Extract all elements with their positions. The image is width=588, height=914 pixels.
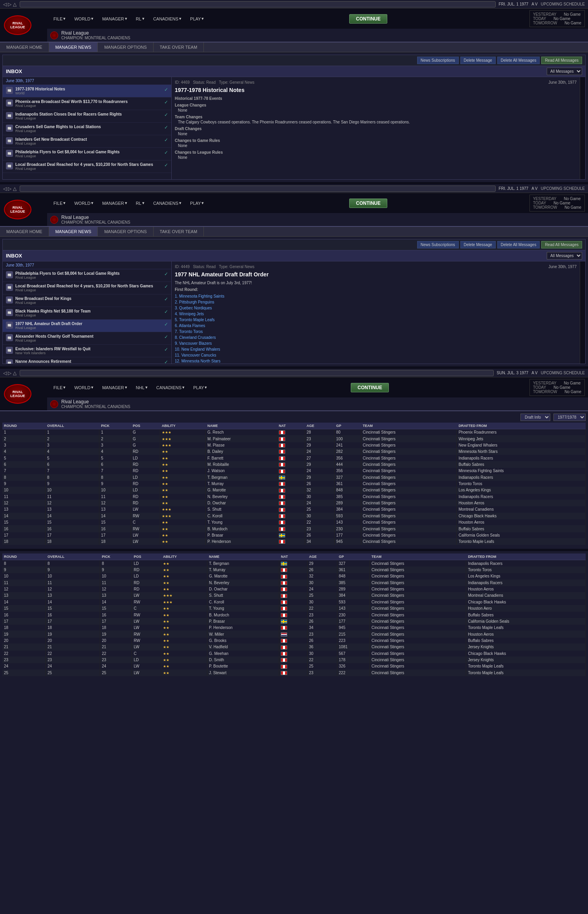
list-item-2-2[interactable]: 📰 Local Broadcast Deal Reached for 4 yea… — [3, 282, 171, 294]
menu-rl-1[interactable]: RL ▾ — [133, 15, 148, 22]
list-item-1-7[interactable]: 📰 Local Broadcast Deal Reached for 4 yea… — [3, 160, 171, 173]
menu-canadiens-2[interactable]: CANADIENS ▾ — [150, 199, 185, 207]
menu-manager-3[interactable]: MANAGER ▾ — [99, 384, 130, 391]
nav-arrows-1[interactable]: ◁ ▷ △ — [3, 2, 16, 7]
table-row[interactable]: 22 22 22 C ★★ G. Meehan 30 567 Cincinnat… — [2, 650, 586, 657]
url-bar-1[interactable] — [20, 1, 496, 7]
tab-manager-home-2[interactable]: MANAGER HOME — [0, 227, 49, 236]
inbox-filter-2[interactable]: All Messages — [547, 252, 582, 259]
table-row[interactable]: 23 23 23 LD ★★ D. Smith 22 178 Cincinnat… — [2, 657, 586, 663]
table-row[interactable]: 6 6 6 RD ★★ M. Robitaille 29 444 Cincinn… — [2, 461, 586, 467]
read-all-btn-2[interactable]: Read All Messages — [541, 241, 582, 248]
menu-play-3[interactable]: PLAY ▾ — [190, 384, 210, 391]
table-row[interactable]: 15 15 15 C ★★ T. Young 22 143 Cincinnati… — [2, 519, 586, 526]
table-row[interactable]: 11 11 11 RD ★★ N. Beverley 30 385 Cincin… — [2, 493, 586, 500]
nav-arrows-2[interactable]: ◁ ▷ △ — [3, 186, 16, 191]
delete-msg-btn-1[interactable]: Delete Message — [460, 57, 496, 64]
table-row[interactable]: 4 4 4 RD ★★ B. Dailey 24 282 Cincinnati … — [2, 449, 586, 455]
table-row[interactable]: 8 8 8 LD ★★ T. Bergman 29 327 Cincinnati… — [2, 560, 586, 566]
table-row[interactable]: 12 12 12 RD ★★ D. Owchar 24 289 Cincinna… — [2, 586, 586, 592]
tab-take-over-team-2[interactable]: TAKE OVER TEAM — [154, 227, 204, 236]
list-item-2-7[interactable]: 📰 Exclusive: Islanders RW Westfall to Qu… — [3, 345, 171, 357]
list-item-1-6[interactable]: 📰 Philadelphia Flyers to Get $8,004 for … — [3, 148, 171, 160]
table-row[interactable]: 9 9 9 RD ★★ T. Murray 26 361 Cincinnati … — [2, 566, 586, 573]
table-row[interactable]: 19 19 19 RW ★★ W. Miller 23 215 Cincinna… — [2, 631, 586, 637]
table-row[interactable]: 12 12 12 RD ★★ D. Owchar 24 289 Cincinna… — [2, 500, 586, 506]
scrollbar-right-2[interactable] — [580, 261, 585, 364]
menu-file-1[interactable]: FILE ▾ — [50, 15, 69, 22]
table-row[interactable]: 14 14 14 RW ★★★ C. Koroll 30 593 Cincinn… — [2, 599, 586, 605]
continue-btn-2[interactable]: CONTINUE — [349, 199, 387, 208]
news-subscriptions-btn-1[interactable]: News Subscriptions — [417, 57, 459, 64]
tab-manager-home-1[interactable]: MANAGER HOME — [0, 42, 49, 52]
menu-rl-2[interactable]: RL ▾ — [133, 199, 148, 207]
table-row[interactable]: 21 21 21 LW ★★ V. Hadfield 36 1081 Cinci… — [2, 644, 586, 650]
delete-msg-btn-2[interactable]: Delete Message — [460, 241, 496, 248]
menu-manager-2[interactable]: MANAGER ▾ — [99, 199, 130, 207]
tab-manager-news-1[interactable]: MANAGER NEWS — [49, 42, 98, 52]
table-row[interactable]: 16 16 16 RW ★★ B. Murdoch 23 230 Cincinn… — [2, 526, 586, 532]
menu-world-1[interactable]: WORLD ▾ — [71, 15, 97, 22]
menu-world-3[interactable]: WORLD ▾ — [71, 384, 97, 391]
table-row[interactable]: 15 15 15 C ★★ T. Young 22 143 Cincinnati… — [2, 605, 586, 611]
continue-btn-3[interactable]: CONTINUE — [351, 383, 389, 392]
table-row[interactable]: 9 9 9 RD ★★ T. Murray 26 361 Cincinnati … — [2, 480, 586, 487]
news-subscriptions-btn-2[interactable]: News Subscriptions — [417, 241, 459, 248]
table-row[interactable]: 2 2 2 G ★★★ M. Palmateer 23 100 Cincinna… — [2, 436, 586, 442]
menu-file-2[interactable]: FILE ▾ — [50, 199, 69, 207]
table-row[interactable]: 20 20 20 RW ★★ G. Brooks 26 223 Cincinna… — [2, 637, 586, 644]
table-row[interactable]: 13 13 13 LW ★★★ S. Shutt 25 384 Cincinna… — [2, 592, 586, 599]
table-row[interactable]: 5 5 5 LD ★★ F. Barrett 27 356 Cincinnati… — [2, 455, 586, 461]
list-item-2-4[interactable]: 📰 Black Hawks Rights Net $8,188 for Team… — [3, 307, 171, 320]
menu-manager-1[interactable]: MANAGER ▾ — [99, 15, 130, 22]
menu-canadiens-1[interactable]: CANADIENS ▾ — [150, 15, 185, 22]
table-row[interactable]: 24 24 24 LW ★★ P. Boutette 25 326 Cincin… — [2, 663, 586, 669]
menu-file-3[interactable]: FILE ▾ — [50, 384, 69, 391]
table-row[interactable]: 17 17 17 LW ★★ P. Brasar 26 177 Cincinna… — [2, 532, 586, 538]
delete-all-btn-2[interactable]: Delete All Messages — [497, 241, 540, 248]
list-item-2-8[interactable]: 📰 Nanne Announces Retirement Phoenix Roa… — [3, 357, 171, 364]
url-bar-3[interactable] — [20, 370, 494, 376]
table-row[interactable]: 10 10 10 LD ★★ G. Marotte 32 848 Cincinn… — [2, 487, 586, 493]
menu-world-2[interactable]: WORLD ▾ — [71, 199, 97, 207]
tab-manager-news-2[interactable]: MANAGER NEWS — [49, 227, 98, 236]
tab-take-over-team-1[interactable]: TAKE OVER TEAM — [154, 42, 204, 52]
url-bar-2[interactable] — [20, 186, 496, 192]
menu-play-1[interactable]: PLAY ▾ — [187, 15, 207, 22]
tab-manager-options-1[interactable]: MANAGER OPTIONS — [98, 42, 153, 52]
table-row[interactable]: 13 13 13 LW ★★★ S. Shutt 25 384 Cincinna… — [2, 506, 586, 513]
table-row[interactable]: 7 7 7 RD ★★ J. Watson 24 356 Cincinnati … — [2, 468, 586, 474]
season-select[interactable]: 1977/1978 — [553, 414, 586, 421]
table-row[interactable]: 1 1 1 G ★★★ G. Resch 28 80 Cincinnati St… — [2, 429, 586, 436]
table-row[interactable]: 18 18 18 LW ★★ P. Henderson 34 945 Cinci… — [2, 539, 586, 545]
list-item-2-6[interactable]: 📰 Alexander Hosts Charity Golf Tournamen… — [3, 332, 171, 345]
table-row[interactable]: 14 14 14 RW ★★★ C. Koroll 30 593 Cincinn… — [2, 513, 586, 519]
delete-all-btn-1[interactable]: Delete All Messages — [497, 57, 540, 64]
list-item-1-2[interactable]: 📰 Phoenix-area Broadcast Deal Worth $13,… — [3, 97, 171, 110]
list-item-2-5[interactable]: 📰 1977 NHL Amateur Draft Draft Order Riv… — [3, 320, 171, 332]
list-item-1-5[interactable]: 📰 Islanders Get New Broadcast Contract R… — [3, 135, 171, 148]
list-item-1-3[interactable]: 📰 Indianapolis Station Closes Deal for R… — [3, 110, 171, 123]
menu-play-2[interactable]: PLAY ▾ — [187, 199, 207, 207]
nav-arrows-3[interactable]: ◁ ▷ △ — [3, 370, 16, 376]
inbox-filter-1[interactable]: All Messages — [547, 68, 582, 75]
menu-nhl-3[interactable]: NHL ▾ — [133, 384, 151, 391]
table-row[interactable]: 11 11 11 RD ★★ N. Beverley 30 385 Cincin… — [2, 579, 586, 586]
continue-btn-1[interactable]: CONTINUE — [349, 14, 387, 24]
table-row[interactable]: 18 18 18 LW ★★ P. Henderson 34 945 Cinci… — [2, 625, 586, 631]
table-row[interactable]: 3 3 3 G ★★★ M. Plasse 29 241 Cincinnati … — [2, 442, 586, 448]
table-row[interactable]: 10 10 10 LD ★★ G. Marotte 32 848 Cincinn… — [2, 573, 586, 579]
table-row[interactable]: 8 8 8 LD ★★ T. Bergman 29 327 Cincinnati… — [2, 474, 586, 480]
draft-info-select[interactable]: Draft Info — [520, 414, 550, 421]
list-item-2-1[interactable]: 📰 Philadelphia Flyers to Get $8,004 for … — [3, 269, 171, 282]
scrollbar-right-1[interactable] — [580, 77, 585, 179]
menu-canadiens-3[interactable]: CANADIENS ▾ — [153, 384, 188, 391]
list-item-2-3[interactable]: 📰 New Broadcast Deal for Kings Rival Lea… — [3, 294, 171, 307]
table-row[interactable]: 17 17 17 LW ★★ P. Brasar 26 177 Cincinna… — [2, 618, 586, 624]
read-all-btn-1[interactable]: Read All Messages — [541, 57, 582, 64]
list-item-1-1[interactable]: 📰 1977-1978 Historical Notes World ✓ — [3, 85, 171, 97]
list-item-1-4[interactable]: 📰 Crusaders Sell Game Rights to Local St… — [3, 123, 171, 135]
table-row[interactable]: 16 16 16 RW ★★ B. Murdoch 23 230 Cincinn… — [2, 612, 586, 618]
table-row[interactable]: 25 25 25 LW ★★ J. Stewart 23 222 Cincinn… — [2, 669, 586, 676]
tab-manager-options-2[interactable]: MANAGER OPTIONS — [98, 227, 153, 236]
